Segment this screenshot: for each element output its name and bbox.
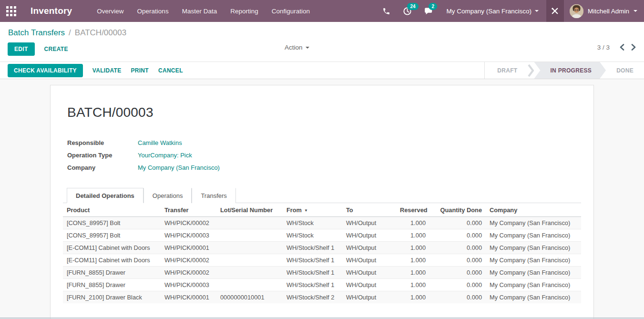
cell-quantity-done[interactable]: 0.000: [429, 242, 486, 254]
cell-transfer[interactable]: WH/PICK/00003: [161, 279, 216, 291]
voip-phone-button[interactable]: [376, 0, 397, 22]
table-row[interactable]: [FURN_2100] Drawer BlackWH/PICK/00001000…: [63, 291, 581, 304]
cell-from[interactable]: WH/Stock/Shelf 1: [283, 254, 342, 267]
cell-from[interactable]: WH/Stock/Shelf 1: [283, 267, 342, 279]
column-header-product[interactable]: Product: [63, 203, 161, 217]
cell-reserved[interactable]: 1.000: [396, 254, 429, 267]
table-row[interactable]: [CONS_89957] BoltWH/PICK/00002WH/StockWH…: [63, 217, 581, 229]
cell-lot-serial-number[interactable]: [216, 267, 283, 279]
cell-quantity-done[interactable]: 0.000: [429, 267, 486, 279]
action-menu-button[interactable]: Action: [285, 44, 309, 51]
table-row[interactable]: [FURN_8855] DrawerWH/PICK/00002WH/Stock/…: [63, 267, 581, 279]
cell-company[interactable]: My Company (San Francisco): [486, 279, 581, 291]
cell-from[interactable]: WH/Stock: [283, 217, 342, 229]
cell-transfer[interactable]: WH/PICK/00001: [161, 242, 216, 254]
table-row[interactable]: [E-COM11] Cabinet with DoorsWH/PICK/0000…: [63, 242, 581, 254]
edit-button[interactable]: EDIT: [8, 42, 35, 56]
pager-next-button[interactable]: [630, 43, 637, 51]
cell-product[interactable]: [E-COM11] Cabinet with Doors: [63, 242, 161, 254]
cell-product[interactable]: [E-COM11] Cabinet with Doors: [63, 254, 161, 267]
menu-operations[interactable]: Operations: [137, 8, 169, 15]
cell-reserved[interactable]: 1.000: [396, 217, 429, 229]
column-header-reserved[interactable]: Reserved: [396, 203, 429, 217]
column-header-from[interactable]: From▼: [283, 203, 342, 217]
status-step-in-progress[interactable]: IN PROGRESS: [534, 62, 606, 79]
menu-reporting[interactable]: Reporting: [230, 8, 258, 15]
cell-reserved[interactable]: 1.000: [396, 291, 429, 304]
field-value-operation-type[interactable]: YourCompany: Pick: [138, 152, 286, 159]
cell-to[interactable]: WH/Output: [342, 254, 396, 267]
cell-company[interactable]: My Company (San Francisco): [486, 291, 581, 304]
cell-product[interactable]: [FURN_2100] Drawer Black: [63, 291, 161, 304]
table-row[interactable]: [CONS_89957] BoltWH/PICK/00003WH/StockWH…: [63, 229, 581, 242]
create-button[interactable]: CREATE: [44, 46, 68, 52]
cell-company[interactable]: My Company (San Francisco): [486, 254, 581, 267]
cell-lot-serial-number[interactable]: [216, 217, 283, 229]
cell-company[interactable]: My Company (San Francisco): [486, 242, 581, 254]
cell-company[interactable]: My Company (San Francisco): [486, 267, 581, 279]
breadcrumb-parent[interactable]: Batch Transfers: [8, 28, 65, 38]
cell-to[interactable]: WH/Output: [342, 242, 396, 254]
status-step-draft[interactable]: DRAFT: [487, 62, 528, 79]
cell-product[interactable]: [CONS_89957] Bolt: [63, 217, 161, 229]
cancel-button[interactable]: CANCEL: [158, 67, 183, 74]
cell-product[interactable]: [CONS_89957] Bolt: [63, 229, 161, 242]
cell-company[interactable]: My Company (San Francisco): [486, 217, 581, 229]
cell-reserved[interactable]: 1.000: [396, 279, 429, 291]
table-row[interactable]: [FURN_8855] DrawerWH/PICK/00003WH/Stock/…: [63, 279, 581, 291]
column-header-quantity-done[interactable]: Quantity Done: [429, 203, 486, 217]
menu-master-data[interactable]: Master Data: [182, 8, 217, 15]
cell-lot-serial-number[interactable]: 0000000010001: [216, 291, 283, 304]
status-step-done[interactable]: DONE: [606, 62, 644, 79]
cell-from[interactable]: WH/Stock/Shelf 2: [283, 291, 342, 304]
cell-transfer[interactable]: WH/PICK/00003: [161, 229, 216, 242]
column-header-transfer[interactable]: Transfer: [161, 203, 216, 217]
table-row[interactable]: [E-COM11] Cabinet with DoorsWH/PICK/0000…: [63, 254, 581, 267]
cell-reserved[interactable]: 1.000: [396, 267, 429, 279]
tab-transfers[interactable]: Transfers: [192, 188, 235, 203]
cell-product[interactable]: [FURN_8855] Drawer: [63, 267, 161, 279]
cell-product[interactable]: [FURN_8855] Drawer: [63, 279, 161, 291]
cell-reserved[interactable]: 1.000: [396, 229, 429, 242]
cell-lot-serial-number[interactable]: [216, 254, 283, 267]
app-name[interactable]: Inventory: [31, 6, 72, 16]
menu-configuration[interactable]: Configuration: [272, 8, 310, 15]
cell-to[interactable]: WH/Output: [342, 267, 396, 279]
user-menu[interactable]: Mitchell Admin: [564, 0, 644, 22]
column-header-to[interactable]: To: [342, 203, 396, 217]
cell-reserved[interactable]: 1.000: [396, 242, 429, 254]
tab-operations[interactable]: Operations: [143, 188, 192, 203]
cell-quantity-done[interactable]: 0.000: [429, 229, 486, 242]
cell-lot-serial-number[interactable]: [216, 229, 283, 242]
validate-button[interactable]: VALIDATE: [92, 67, 122, 74]
tab-detailed-operations[interactable]: Detailed Operations: [67, 188, 143, 203]
field-value-company[interactable]: My Company (San Francisco): [138, 164, 286, 171]
company-switcher[interactable]: My Company (San Francisco): [440, 0, 546, 22]
cell-quantity-done[interactable]: 0.000: [429, 217, 486, 229]
apps-menu-button[interactable]: [0, 0, 22, 22]
cell-quantity-done[interactable]: 0.000: [429, 291, 486, 304]
cell-transfer[interactable]: WH/PICK/00002: [161, 254, 216, 267]
messages-button[interactable]: 2: [418, 0, 440, 22]
column-header-company[interactable]: Company: [486, 203, 581, 217]
cell-quantity-done[interactable]: 0.000: [429, 279, 486, 291]
cell-to[interactable]: WH/Output: [342, 291, 396, 304]
cell-from[interactable]: WH/Stock/Shelf 1: [283, 279, 342, 291]
cell-lot-serial-number[interactable]: [216, 279, 283, 291]
field-value-responsible[interactable]: Camille Watkins: [138, 139, 286, 146]
menu-overview[interactable]: Overview: [97, 8, 123, 15]
cell-lot-serial-number[interactable]: [216, 242, 283, 254]
cell-to[interactable]: WH/Output: [342, 279, 396, 291]
cell-to[interactable]: WH/Output: [342, 229, 396, 242]
column-header-lot-serial-number[interactable]: Lot/Serial Number: [216, 203, 283, 217]
cell-to[interactable]: WH/Output: [342, 217, 396, 229]
cell-transfer[interactable]: WH/PICK/00002: [161, 217, 216, 229]
activities-button[interactable]: 24: [397, 0, 418, 22]
cell-from[interactable]: WH/Stock: [283, 229, 342, 242]
print-button[interactable]: PRINT: [131, 67, 149, 74]
pager-previous-button[interactable]: [618, 43, 625, 51]
cell-from[interactable]: WH/Stock/Shelf 1: [283, 242, 342, 254]
cell-quantity-done[interactable]: 0.000: [429, 254, 486, 267]
cell-transfer[interactable]: WH/PICK/00001: [161, 291, 216, 304]
check-availability-button[interactable]: CHECK AVAILABILITY: [8, 64, 83, 77]
